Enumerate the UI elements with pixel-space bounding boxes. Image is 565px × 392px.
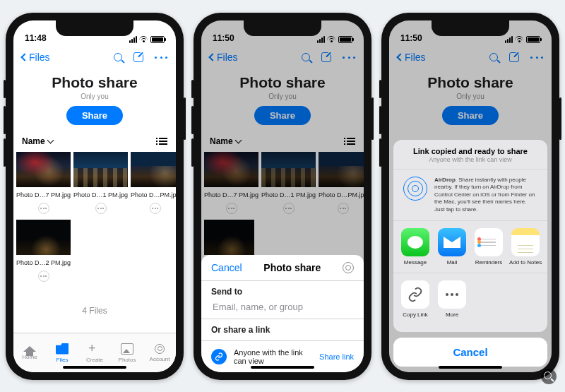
tab-label: Photos	[119, 357, 136, 363]
plus-icon: +	[88, 343, 101, 355]
tab-label: Files	[56, 357, 69, 363]
send-to-label: Send to	[211, 287, 354, 297]
clock: 11:48	[25, 33, 47, 43]
file-tile[interactable]: Photo D…1 PM.jpg	[73, 152, 128, 214]
home-indicator[interactable]	[251, 366, 314, 369]
mail-icon	[438, 228, 466, 256]
share-app-mail[interactable]: Mail	[434, 228, 470, 266]
file-name: Photo D…1 PM.jpg	[73, 191, 128, 198]
tab-label: Account	[150, 356, 170, 362]
share-action-copy[interactable]: Copy Link	[398, 280, 433, 318]
app-label: Copy Link	[403, 311, 428, 318]
back-label: Files	[29, 52, 50, 63]
thumbnail	[16, 220, 71, 255]
wifi-icon	[139, 36, 148, 43]
file-count: 4 Files	[13, 306, 176, 316]
page-title: Photo share	[13, 74, 176, 91]
app-label: Message	[404, 259, 427, 266]
message-icon	[401, 228, 429, 256]
battery-icon	[150, 36, 165, 43]
search-icon[interactable]	[114, 53, 122, 61]
app-label: More	[446, 311, 458, 318]
thumbnail	[16, 152, 71, 187]
share-cancel-button[interactable]: Cancel	[393, 338, 547, 367]
gear-icon[interactable]	[343, 262, 354, 273]
ios-share-sheet: Link copied and ready to share Anyone wi…	[393, 140, 547, 367]
notes-icon	[511, 228, 540, 256]
share-sheet: Cancel Photo share Send to Or share a li…	[201, 255, 364, 372]
file-menu-button[interactable]	[38, 203, 49, 214]
thumbnail	[131, 152, 176, 187]
airdrop-icon	[403, 177, 427, 201]
app-label: Mail	[447, 259, 458, 266]
sort-bar: Name	[13, 132, 176, 150]
share-status: Only you	[13, 93, 176, 100]
phone-screenshot-2: 11:50 Files Photo share Only you Share N…	[194, 13, 371, 380]
file-menu-button[interactable]	[150, 203, 161, 214]
home-icon	[23, 346, 36, 352]
file-tile[interactable]: Photo D…7 PM.jpg	[16, 152, 71, 214]
share-link-button[interactable]: Share link	[319, 352, 354, 361]
app-label: Add to Notes	[509, 259, 542, 266]
reminders-icon	[475, 228, 503, 256]
more-actions-icon	[438, 280, 466, 309]
back-button[interactable]: Files	[22, 52, 50, 63]
file-tile[interactable]: Photo D…PM.jpg	[131, 152, 176, 214]
phone-screenshot-1: 11:48 Files Photo share Only you Share	[6, 13, 184, 380]
sheet-title: Photo share	[263, 262, 321, 273]
nav-bar: Files	[13, 44, 176, 70]
more-icon[interactable]	[155, 52, 167, 64]
file-menu-button[interactable]	[95, 203, 107, 214]
zoom-icon[interactable]	[541, 369, 557, 384]
file-name: Photo D…7 PM.jpg	[16, 191, 71, 198]
share-app-notes[interactable]: Add to Notes	[508, 228, 543, 266]
share-headline: Link copied and ready to share	[402, 147, 539, 155]
tab-home[interactable]: Home	[13, 333, 46, 372]
airdrop-row[interactable]: AirDrop. Share instantly with people nea…	[393, 170, 547, 221]
folder-header: Photo share Only you Share	[13, 70, 176, 132]
file-tile[interactable]: Photo D…2 PM.jpg	[16, 220, 71, 282]
share-app-message[interactable]: Message	[398, 228, 433, 266]
share-action-more[interactable]: More	[434, 280, 470, 318]
share-button[interactable]: Share	[66, 106, 123, 125]
sort-button[interactable]: Name	[22, 136, 53, 146]
tab-account[interactable]: Account	[143, 333, 176, 372]
tab-label: Create	[86, 357, 103, 363]
airdrop-description: AirDrop. Share instantly with people nea…	[434, 177, 537, 213]
app-label: Reminders	[475, 259, 503, 266]
folder-icon	[56, 343, 69, 355]
phone-screenshot-3: 11:50 Files Photo share Only you Share L…	[381, 13, 559, 380]
file-name: Photo D…2 PM.jpg	[16, 259, 71, 266]
file-name: Photo D…PM.jpg	[131, 191, 176, 198]
thumbnail	[73, 152, 128, 187]
photos-icon	[121, 343, 133, 355]
link-permission-text: Anyone with the link can view	[234, 348, 312, 365]
share-subtext: Anyone with the link can view	[402, 156, 539, 163]
chevron-left-icon	[20, 53, 28, 61]
home-indicator[interactable]	[439, 366, 502, 369]
recipient-input[interactable]	[211, 301, 354, 313]
share-app-reminders[interactable]: Reminders	[471, 228, 506, 266]
view-toggle-icon[interactable]	[159, 138, 167, 145]
copy-link-icon	[401, 280, 429, 309]
file-menu-button[interactable]	[38, 271, 49, 282]
home-indicator[interactable]	[63, 366, 126, 369]
account-icon	[155, 344, 165, 354]
multiselect-icon[interactable]	[133, 52, 143, 62]
sort-label: Name	[22, 136, 45, 146]
chevron-down-icon	[47, 137, 54, 144]
cellular-icon	[129, 36, 137, 43]
link-icon	[211, 349, 227, 364]
or-share-label: Or share a link	[211, 325, 354, 335]
cancel-button[interactable]: Cancel	[211, 262, 242, 273]
